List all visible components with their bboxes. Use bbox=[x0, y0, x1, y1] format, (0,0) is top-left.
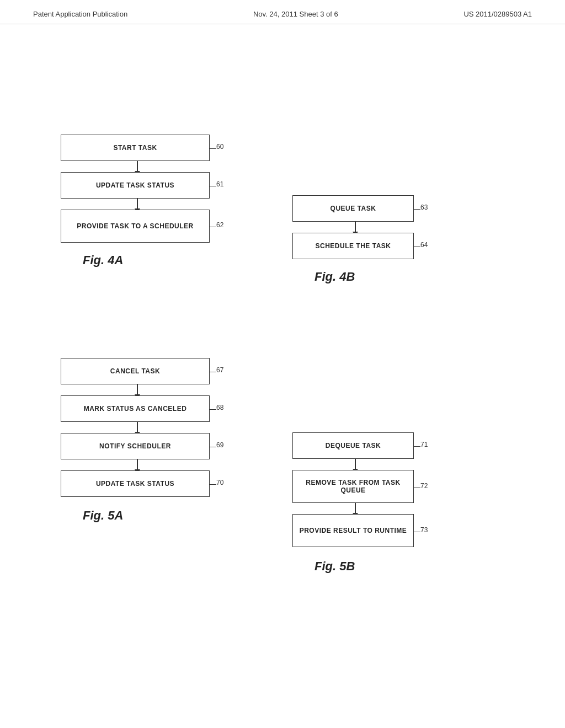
fig-5b-label: Fig. 5B bbox=[315, 559, 355, 574]
ref-73: 73 bbox=[420, 526, 428, 534]
box-provide-task-scheduler: PROVIDE TASK TO A SCHEDULER bbox=[61, 210, 210, 243]
ref-line-72 bbox=[414, 488, 420, 488]
box-mark-status-canceled: MARK STATUS AS CANCELED bbox=[61, 395, 210, 422]
box-start-task: START TASK bbox=[61, 135, 210, 161]
fig-4b-label: Fig. 4B bbox=[315, 270, 355, 284]
box-queue-task: QUEUE TASK bbox=[292, 195, 414, 222]
ref-70: 70 bbox=[216, 479, 223, 486]
ref-line-68 bbox=[210, 409, 216, 410]
ref-line-61 bbox=[210, 186, 216, 186]
fig-4a-label: Fig. 4A bbox=[83, 253, 123, 267]
box-schedule-task: SCHEDULE THE TASK bbox=[292, 233, 414, 259]
diagram-content: START TASK 60 UPDATE TASK STATUS 61 PROV… bbox=[0, 24, 565, 722]
ref-68: 68 bbox=[216, 404, 223, 411]
ref-61: 61 bbox=[216, 180, 223, 188]
header-date-sheet: Nov. 24, 2011 Sheet 3 of 6 bbox=[253, 10, 338, 18]
ref-line-62 bbox=[210, 227, 216, 227]
header-publication: Patent Application Publication bbox=[33, 10, 127, 18]
box-cancel-task: CANCEL TASK bbox=[61, 358, 210, 384]
ref-line-70 bbox=[210, 484, 216, 485]
box-remove-task-queue: REMOVE TASK FROM TASK QUEUE bbox=[292, 470, 414, 503]
ref-line-63 bbox=[414, 209, 420, 210]
ref-71: 71 bbox=[420, 441, 428, 448]
ref-line-67 bbox=[210, 372, 216, 372]
ref-63: 63 bbox=[420, 204, 428, 211]
box-update-task-status-4a: UPDATE TASK STATUS bbox=[61, 172, 210, 199]
ref-62: 62 bbox=[216, 221, 223, 229]
ref-67: 67 bbox=[216, 366, 223, 374]
ref-64: 64 bbox=[420, 241, 428, 249]
ref-72: 72 bbox=[420, 482, 428, 490]
box-update-task-status-5a: UPDATE TASK STATUS bbox=[61, 470, 210, 497]
box-provide-result-runtime: PROVIDE RESULT TO RUNTIME bbox=[292, 514, 414, 547]
header-patent-number: US 2011/0289503 A1 bbox=[463, 10, 532, 18]
page-header: Patent Application Publication Nov. 24, … bbox=[0, 0, 565, 24]
ref-line-71 bbox=[414, 446, 420, 447]
box-notify-scheduler: NOTIFY SCHEDULER bbox=[61, 433, 210, 459]
ref-line-69 bbox=[210, 447, 216, 447]
fig-5a-label: Fig. 5A bbox=[83, 508, 123, 523]
ref-line-64 bbox=[414, 247, 420, 247]
ref-line-60 bbox=[210, 148, 216, 149]
box-dequeue-task: DEQUEUE TASK bbox=[292, 432, 414, 459]
ref-69: 69 bbox=[216, 441, 223, 449]
ref-line-73 bbox=[414, 532, 420, 532]
ref-60: 60 bbox=[216, 143, 223, 151]
